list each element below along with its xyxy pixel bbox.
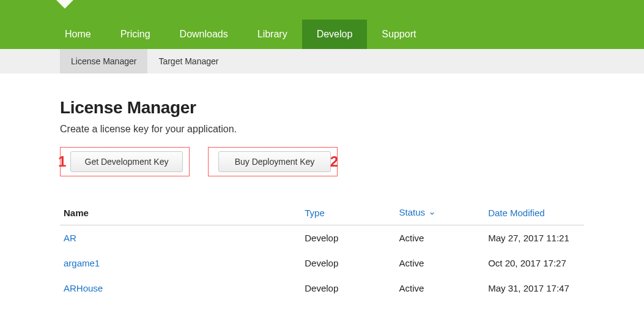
- page-subtitle: Create a license key for your applicatio…: [60, 124, 584, 135]
- subnav-license-manager[interactable]: License Manager: [60, 49, 147, 73]
- license-date: Oct 20, 2017 17:27: [484, 251, 584, 276]
- table-row: ARHouse Develop Active May 31, 2017 17:4…: [60, 276, 584, 301]
- annotation-mark-2: 2: [330, 153, 338, 170]
- table-row: argame1 Develop Active Oct 20, 2017 17:2…: [60, 251, 584, 276]
- license-link[interactable]: ARHouse: [64, 283, 103, 293]
- license-status: Active: [395, 225, 484, 251]
- license-table: Name Type Status Date Modified AR Develo…: [60, 201, 584, 301]
- sub-nav: License Manager Target Manager: [0, 49, 644, 73]
- nav-support[interactable]: Support: [367, 20, 431, 49]
- annotation-mark-1: 1: [58, 153, 66, 170]
- get-development-key-button[interactable]: Get Development Key: [70, 151, 183, 172]
- button-row: 1 Get Development Key Buy Deployment Key…: [60, 147, 584, 176]
- nav-downloads[interactable]: Downloads: [165, 20, 243, 49]
- col-header-status-label: Status: [399, 207, 425, 217]
- license-date: May 31, 2017 17:47: [484, 276, 584, 301]
- license-type: Develop: [301, 251, 395, 276]
- license-link[interactable]: AR: [64, 233, 76, 243]
- chevron-down-icon: [429, 208, 435, 219]
- top-bar: Home Pricing Downloads Library Develop S…: [0, 0, 644, 49]
- nav-develop[interactable]: Develop: [302, 20, 368, 49]
- license-date: May 27, 2017 11:21: [484, 225, 584, 251]
- license-status: Active: [395, 276, 484, 301]
- buy-deployment-key-button[interactable]: Buy Deployment Key: [218, 151, 331, 172]
- col-header-date[interactable]: Date Modified: [484, 201, 584, 225]
- table-header-row: Name Type Status Date Modified: [60, 201, 584, 225]
- primary-nav: Home Pricing Downloads Library Develop S…: [50, 20, 431, 49]
- subnav-target-manager[interactable]: Target Manager: [147, 49, 229, 73]
- logo-icon: [56, 0, 73, 9]
- license-status: Active: [395, 251, 484, 276]
- license-link[interactable]: argame1: [64, 258, 100, 268]
- license-type: Develop: [301, 225, 395, 251]
- table-row: AR Develop Active May 27, 2017 11:21: [60, 225, 584, 251]
- nav-home[interactable]: Home: [50, 20, 106, 49]
- nav-library[interactable]: Library: [243, 20, 302, 49]
- annotation-box-1: 1 Get Development Key: [60, 147, 190, 176]
- col-header-status[interactable]: Status: [395, 201, 484, 225]
- license-type: Develop: [301, 276, 395, 301]
- page-title: License Manager: [60, 98, 584, 118]
- annotation-box-2: Buy Deployment Key 2: [208, 147, 338, 176]
- nav-pricing[interactable]: Pricing: [106, 20, 165, 49]
- col-header-type[interactable]: Type: [301, 201, 395, 225]
- content-area: License Manager Create a license key for…: [0, 73, 644, 324]
- col-header-name[interactable]: Name: [60, 201, 301, 225]
